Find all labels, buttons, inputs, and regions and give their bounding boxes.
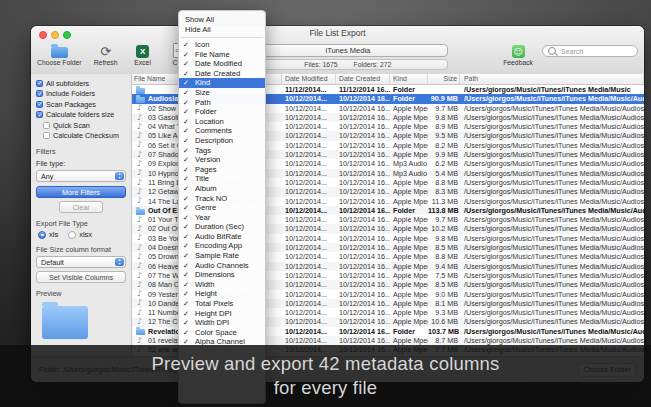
choose-folder-toolbar-button[interactable]: Choose Folder	[37, 42, 82, 66]
path-cell: /Users/giorgos/Music/iTunes/iTunes Media…	[460, 234, 644, 243]
option-checkbox[interactable]: Quick Scan	[43, 120, 126, 131]
option-checkbox[interactable]: All subfolders	[36, 78, 126, 89]
path-cell: /Users/giorgos/Music/iTunes/iTunes Media…	[460, 122, 644, 131]
menu-item[interactable]: Dimensions	[179, 270, 265, 280]
menu-item[interactable]: Duration (Sec)	[179, 222, 265, 232]
menu-item[interactable]: Show All	[179, 15, 265, 25]
path-cell: /Users/giorgos/Music/iTunes/iTunes Media…	[460, 262, 644, 271]
menu-item[interactable]: Genre	[179, 203, 265, 213]
path-cell: /Users/giorgos/Music/iTunes/iTunes Media…	[460, 327, 644, 336]
filters-section-label: Filters	[36, 147, 126, 156]
menu-item[interactable]: Track NO	[179, 194, 265, 204]
date-modified-cell: 10/12/2014...	[282, 150, 336, 159]
search-input[interactable]	[559, 47, 633, 56]
checkmark-icon	[183, 280, 193, 290]
size-cell: 8.3 MB	[428, 187, 460, 196]
titlebar[interactable]: File List Export	[31, 26, 644, 41]
file-size-format-dropdown[interactable]: Default	[36, 256, 126, 268]
date-created-cell: 10/12/2014 16...	[336, 150, 390, 159]
checkmark-icon	[183, 328, 193, 338]
menu-item[interactable]: Icon	[179, 40, 265, 50]
menu-item[interactable]: Audio BitRate	[179, 232, 265, 242]
menu-item[interactable]: Path	[179, 98, 265, 108]
menu-item[interactable]: File Name	[179, 50, 265, 60]
date-created-cell: 10/12/2014 16...	[336, 243, 390, 252]
radio-xlsx[interactable]: xlsx	[68, 230, 92, 239]
menu-item[interactable]: Sample Rate	[179, 251, 265, 261]
checkmark-icon	[183, 299, 193, 309]
column-header-path[interactable]: Path	[460, 74, 644, 84]
menu-item[interactable]: Comments	[179, 126, 265, 136]
date-created-cell: 10/12/2014 16...	[336, 197, 390, 206]
menu-item-label: Folder	[195, 107, 217, 116]
menu-item[interactable]: Pages	[179, 165, 265, 175]
date-modified-cell: 10/12/2014...	[282, 317, 336, 326]
date-created-cell: 10/12/2014 16...	[336, 299, 390, 308]
kind-cell: Apple Mpeg-4 A...	[390, 122, 428, 131]
toolbar-right-group: Feedback	[503, 42, 638, 66]
minimize-button[interactable]	[51, 31, 59, 39]
option-checkbox[interactable]: Calculate folders size	[36, 110, 126, 121]
folder-icon	[51, 47, 68, 58]
menu-item[interactable]: Height DPI	[179, 309, 265, 319]
option-checkbox[interactable]: Calculate Checksum	[43, 131, 126, 142]
size-cell: 9.5 MB	[428, 131, 460, 140]
path-cell: /Users/giorgos/Music/iTunes/iTunes Media…	[460, 252, 644, 261]
checkbox-label: All subfolders	[46, 79, 89, 88]
menu-item[interactable]: Height	[179, 289, 265, 299]
path-cell: /Users/giorgos/Music/iTunes/iTunes Media…	[460, 317, 644, 326]
export-excel-button[interactable]: Excel	[130, 42, 156, 66]
file-type-dropdown[interactable]: Any	[36, 170, 126, 182]
menu-item-label: Comments	[195, 126, 232, 135]
kind-cell: Folder	[390, 85, 428, 94]
kind-cell: Apple Mpeg-4 A...	[390, 243, 428, 252]
menu-item-label: Dimensions	[195, 270, 235, 279]
date-created-cell: 10/12/2014 16...	[336, 308, 390, 317]
set-visible-columns-button[interactable]: Set Visible Columns	[36, 271, 126, 283]
more-filters-button[interactable]: More Filters	[36, 186, 126, 198]
column-header-date-created[interactable]: Date Created	[336, 74, 390, 84]
search-field[interactable]	[542, 45, 638, 57]
column-header-date-modified[interactable]: Date Modified	[282, 74, 336, 84]
menu-item[interactable]: Kind	[179, 78, 265, 88]
path-cell: /Users/giorgos/Music/iTunes/iTunes Media…	[460, 150, 644, 159]
menu-item[interactable]: Size	[179, 88, 265, 98]
radio-xls[interactable]: xls	[38, 230, 58, 239]
menu-item[interactable]: Title	[179, 174, 265, 184]
date-modified-cell: 10/12/2014...	[282, 197, 336, 206]
feedback-button[interactable]: Feedback	[503, 42, 533, 66]
menu-item-label: Title	[195, 174, 209, 183]
clear-button[interactable]: Clear	[59, 201, 103, 213]
scope-folder-dropdown[interactable]: iTunes Media	[248, 44, 448, 57]
kind-cell: Apple Mpeg-4 A...	[390, 252, 428, 261]
menu-item[interactable]: Width DPI	[179, 318, 265, 328]
checkmark-icon	[183, 126, 193, 136]
menu-item[interactable]: Album	[179, 184, 265, 194]
option-checkbox[interactable]: Include Folders	[36, 89, 126, 100]
menu-item[interactable]: Audio Channels	[179, 261, 265, 271]
menu-item[interactable]: Date Created	[179, 69, 265, 79]
refresh-button[interactable]: Refresh	[93, 42, 119, 66]
menu-item-label: Album	[195, 184, 217, 193]
close-button[interactable]	[39, 31, 47, 39]
column-header-size[interactable]: Size	[428, 74, 460, 84]
menu-item[interactable]: Total Pixels	[179, 299, 265, 309]
menu-item[interactable]: Hide All	[179, 25, 265, 35]
menu-item[interactable]: Encoding App	[179, 241, 265, 251]
menu-item[interactable]: Description	[179, 136, 265, 146]
checkbox-box	[36, 111, 43, 118]
date-modified-cell: 10/12/2014...	[282, 336, 336, 345]
menu-item[interactable]: Version	[179, 155, 265, 165]
menu-item[interactable]: Year	[179, 213, 265, 223]
menu-item-label: Date Modified	[195, 59, 242, 68]
zoom-button[interactable]	[63, 31, 71, 39]
date-created-cell: 10/12/2014 16...	[336, 178, 390, 187]
column-header-kind[interactable]: Kind	[390, 74, 428, 84]
menu-item[interactable]: Folder	[179, 107, 265, 117]
option-checkbox[interactable]: Scan Packages	[36, 99, 126, 110]
menu-item[interactable]: Color Space	[179, 328, 265, 338]
menu-item[interactable]: Tags	[179, 146, 265, 156]
menu-item[interactable]: Width	[179, 280, 265, 290]
menu-item[interactable]: Date Modified	[179, 59, 265, 69]
menu-item[interactable]: Location	[179, 117, 265, 127]
